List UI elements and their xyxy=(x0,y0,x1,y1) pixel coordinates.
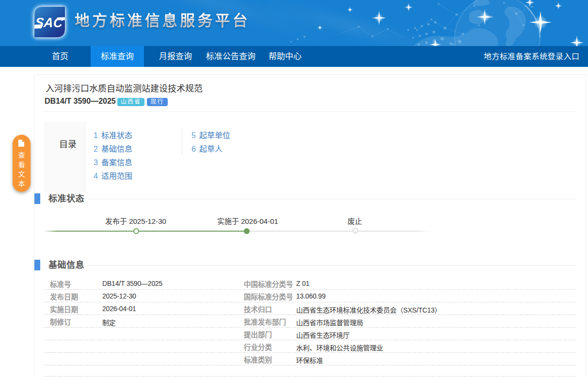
svg-text:SAC: SAC xyxy=(34,16,64,31)
